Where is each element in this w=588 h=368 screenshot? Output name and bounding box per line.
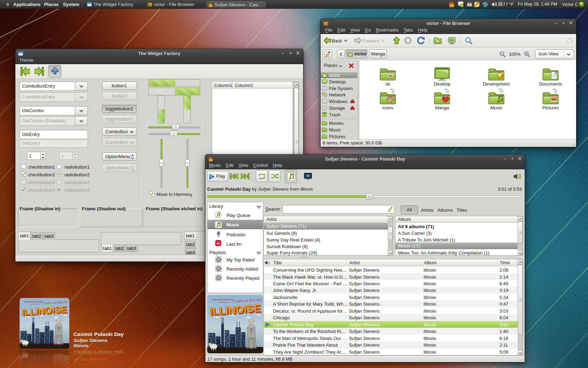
- svg-text:as: as: [217, 241, 220, 245]
